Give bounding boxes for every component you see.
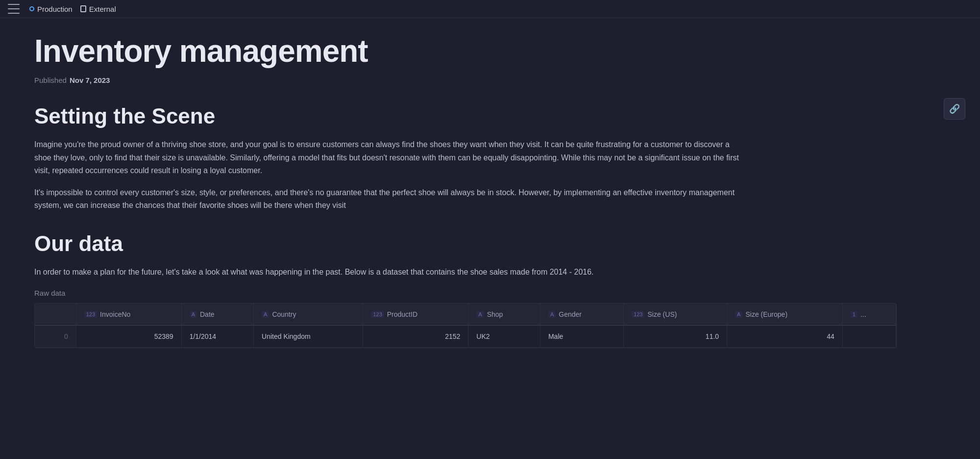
external-box-icon (80, 5, 86, 12)
table-col-gender: A Gender (540, 304, 623, 326)
date-col-label: Date (200, 310, 215, 318)
gender-col-label: Gender (559, 310, 582, 318)
table-col-productid: 123 ProductID (363, 304, 468, 326)
table-col-size-europe: A Size (Europe) (727, 304, 843, 326)
share-button[interactable]: 🔗 (944, 98, 965, 120)
size-europe-col-label: Size (Europe) (745, 310, 787, 318)
table-row: 0 52389 1/1/2014 United Kingdom 2152 UK2… (35, 325, 896, 347)
invoiceno-col-label: InvoiceNo (100, 310, 130, 318)
cell-date: 1/1/2014 (181, 325, 253, 347)
gender-type-icon: A (548, 311, 556, 318)
table-col-size-us: 123 Size (US) (624, 304, 727, 326)
hamburger-menu[interactable] (8, 4, 20, 14)
more-col-label: ... (860, 310, 866, 318)
table-col-shop: A Shop (468, 304, 540, 326)
main-content: Inventory management Published Nov 7, 20… (0, 18, 931, 364)
raw-data-label: Raw data (34, 289, 897, 297)
table-col-index (35, 304, 76, 326)
more-type-icon: 1 (851, 311, 858, 318)
setting-scene-heading: Setting the Scene (34, 104, 897, 128)
table-col-invoiceno: 123 InvoiceNo (76, 304, 181, 326)
table-col-date: A Date (181, 304, 253, 326)
production-dot-icon (29, 6, 34, 11)
invoiceno-type-icon: 123 (84, 311, 97, 318)
size-europe-type-icon: A (735, 311, 742, 318)
our-data-section: Our data In order to make a plan for the… (34, 231, 897, 348)
date-type-icon: A (190, 311, 197, 318)
production-badge[interactable]: Production (29, 5, 73, 13)
published-date: Nov 7, 2023 (70, 76, 110, 84)
country-type-icon: A (262, 311, 269, 318)
env-badges: Production External (29, 5, 116, 13)
external-badge[interactable]: External (80, 5, 116, 13)
shop-col-label: Shop (487, 310, 503, 318)
cell-shop: UK2 (468, 325, 540, 347)
size-us-type-icon: 123 (632, 311, 644, 318)
cell-invoiceno: 52389 (76, 325, 181, 347)
setting-scene-paragraph2: It's impossible to control every custome… (34, 186, 745, 212)
published-label: Published (34, 76, 67, 84)
shop-type-icon: A (476, 311, 484, 318)
data-table-container[interactable]: 123 InvoiceNo A Date A (34, 303, 897, 348)
cell-more (842, 325, 896, 347)
table-col-more: 1 ... (842, 304, 896, 326)
setting-scene-paragraph1: Imagine you're the proud owner of a thri… (34, 138, 745, 177)
table-col-country: A Country (254, 304, 363, 326)
cell-index: 0 (35, 325, 76, 347)
share-icon: 🔗 (949, 103, 960, 114)
our-data-paragraph: In order to make a plan for the future, … (34, 266, 745, 279)
cell-size-us: 11.0 (624, 325, 727, 347)
cell-productid: 2152 (363, 325, 468, 347)
production-label: Production (37, 5, 73, 13)
external-label: External (89, 5, 116, 13)
cell-country: United Kingdom (254, 325, 363, 347)
cell-size-europe: 44 (727, 325, 843, 347)
setting-scene-section: Setting the Scene Imagine you're the pro… (34, 104, 897, 212)
table-header-row: 123 InvoiceNo A Date A (35, 304, 896, 326)
our-data-heading: Our data (34, 231, 897, 256)
country-col-label: Country (272, 310, 296, 318)
productid-type-icon: 123 (371, 311, 384, 318)
raw-data-table: 123 InvoiceNo A Date A (35, 304, 896, 348)
top-bar: Production External (0, 0, 980, 18)
page-title: Inventory management (34, 34, 897, 68)
size-us-col-label: Size (US) (647, 310, 677, 318)
productid-col-label: ProductID (387, 310, 417, 318)
cell-gender: Male (540, 325, 623, 347)
published-line: Published Nov 7, 2023 (34, 76, 897, 84)
